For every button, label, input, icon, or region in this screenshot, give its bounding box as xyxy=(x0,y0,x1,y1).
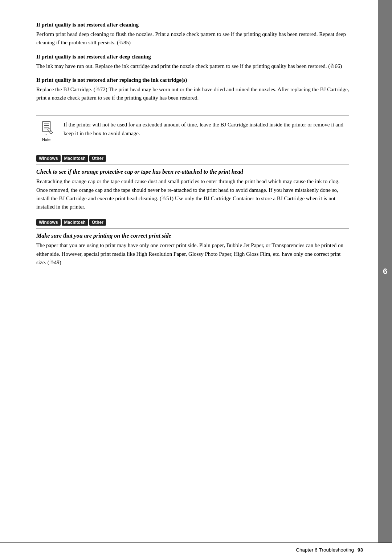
footer: Chapter 6 Troubleshooting 93 xyxy=(0,542,392,557)
badge-group-1-body: Reattaching the orange cap or the tape c… xyxy=(36,177,349,211)
section-2-body: The ink may have run out. Replace the in… xyxy=(36,62,349,70)
badge-group-2-body: The paper that you are using to print ma… xyxy=(36,241,349,267)
badge-macintosh-1: Macintosh xyxy=(62,155,88,162)
note-box: Note If the printer will not be used for… xyxy=(36,115,349,147)
footer-chapter: Chapter 6 xyxy=(296,547,317,553)
section-3-body: Replace the BJ Cartridge. (☃72) The prin… xyxy=(36,85,349,102)
footer-page-number: 93 xyxy=(358,547,363,553)
section-2: If print quality is not restored after d… xyxy=(36,54,349,70)
divider-1 xyxy=(36,165,349,165)
note-text: If the printer will not be used for an e… xyxy=(64,121,349,138)
section-2-heading: If print quality is not restored after d… xyxy=(36,54,349,60)
badge-windows-2: Windows xyxy=(36,219,61,226)
divider-2 xyxy=(36,229,349,229)
section-1-body: Perform print head deep cleaning to flus… xyxy=(36,30,349,47)
badge-row-1: Windows Macintosh Other xyxy=(36,155,349,162)
content-area: If print quality is not restored after c… xyxy=(0,0,378,542)
svg-rect-0 xyxy=(42,121,50,132)
badge-other-1: Other xyxy=(89,155,106,162)
footer-section: Troubleshooting xyxy=(319,547,354,553)
badge-other-2: Other xyxy=(89,219,106,226)
badge-group-2: Windows Macintosh Other Make sure that y… xyxy=(36,219,349,267)
page-container: If print quality is not restored after c… xyxy=(0,0,392,557)
badge-group-1: Windows Macintosh Other Check to see if … xyxy=(36,155,349,211)
svg-marker-6 xyxy=(45,134,47,136)
note-label: Note xyxy=(42,137,50,142)
chapter-tab: 6 xyxy=(378,0,392,542)
badge-macintosh-2: Macintosh xyxy=(62,219,88,226)
section-3-heading: If print quality is not restored after r… xyxy=(36,77,349,83)
badge-group-2-heading: Make sure that you are printing on the c… xyxy=(36,233,349,239)
badge-windows-1: Windows xyxy=(36,155,61,162)
section-1-heading: If print quality is not restored after c… xyxy=(36,22,349,28)
section-3: If print quality is not restored after r… xyxy=(36,77,349,102)
main-content: If print quality is not restored after c… xyxy=(0,0,392,542)
note-pencil-icon xyxy=(40,121,53,136)
section-1: If print quality is not restored after c… xyxy=(36,22,349,47)
note-icon-area: Note xyxy=(36,121,56,142)
chapter-tab-number: 6 xyxy=(383,267,387,276)
badge-group-1-heading: Check to see if the orange protective ca… xyxy=(36,169,349,175)
badge-row-2: Windows Macintosh Other xyxy=(36,219,349,226)
